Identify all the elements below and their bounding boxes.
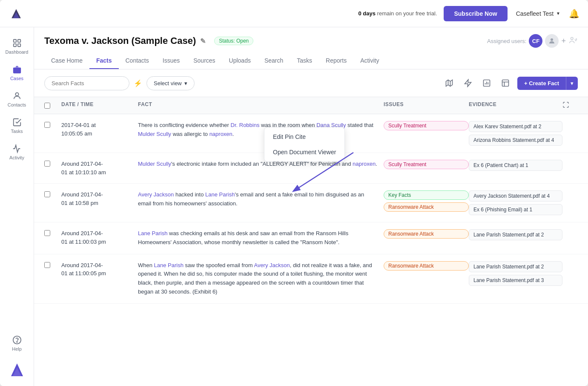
cell-fact: There is conflicting evidence whether Dr… <box>138 121 384 139</box>
cell-datetime: 2017-04-01 at10:05:05 am <box>61 121 138 138</box>
link-avery-jackson[interactable]: Avery Jackson <box>254 262 290 268</box>
chevron-down-icon: ▼ <box>556 11 560 16</box>
sidebar-item-help[interactable]: Help <box>9 331 25 356</box>
issue-tag-ransomware-attack[interactable]: Ransomware Attack <box>384 261 469 271</box>
cell-fact: Lane Parish was checking emails at his d… <box>138 229 384 247</box>
evidence-link[interactable]: Ex 6 (Patient Chart) at 1 <box>469 160 562 171</box>
select-view-button[interactable]: Select view ▾ <box>146 76 195 90</box>
tab-search[interactable]: Search <box>258 53 290 69</box>
sidebar-item-cases[interactable]: Cases <box>2 60 32 85</box>
link-lane-parish[interactable]: Lane Parish <box>154 262 184 268</box>
evidence-link[interactable]: Lane Parish Statement.pdf at 2 <box>469 229 562 240</box>
evidence-link[interactable]: Arizona Robbins Statement.pdf at 4 <box>469 135 562 146</box>
map-icon-button[interactable] <box>442 75 457 91</box>
svg-rect-0 <box>13 40 16 42</box>
issue-tag-ransomware-attack[interactable]: Ransomware Attack <box>384 202 469 212</box>
context-menu-item-open-document-viewer[interactable]: Open Document Viewer <box>264 144 344 160</box>
case-title: Texoma v. Jackson (Sample Case) ✎ <box>44 35 206 46</box>
link-mulder-scully[interactable]: Mulder Scully <box>138 161 171 167</box>
issue-tag-ransomware-attack[interactable]: Ransomware Attack <box>384 229 469 239</box>
tab-contacts[interactable]: Contacts <box>119 53 156 69</box>
svg-rect-1 <box>17 40 20 42</box>
sidebar-item-activity[interactable]: Activity <box>2 140 32 164</box>
app-logo[interactable] <box>9 5 26 22</box>
row-checkbox[interactable] <box>44 191 50 197</box>
header-datetime: Date / Time <box>61 101 138 109</box>
tab-activity[interactable]: Activity <box>353 53 386 69</box>
link-naproxen[interactable]: naproxen <box>353 161 376 167</box>
svg-rect-10 <box>502 80 508 86</box>
create-fact-dropdown-button[interactable]: ▾ <box>566 77 578 90</box>
layout-icon-button[interactable] <box>498 75 513 91</box>
issue-tag-scully-treatment[interactable]: Scully Treatment <box>384 121 469 130</box>
filter-icon[interactable]: ⚡ <box>134 79 142 87</box>
sidebar-item-label: Activity <box>9 155 24 160</box>
chart-icon-button[interactable] <box>479 75 494 91</box>
sidebar-item-contacts[interactable]: Contacts <box>2 87 32 112</box>
row-checkbox[interactable] <box>44 230 50 236</box>
subscribe-button[interactable]: Subscribe Now <box>444 6 507 21</box>
trial-text: 0 days remain on your free trial. <box>358 10 437 17</box>
evidence-link[interactable]: Lane Parish Statement.pdf at 2 <box>469 261 562 272</box>
evidence-link[interactable]: Ex 6 (Phishing Email) at 1 <box>469 204 562 215</box>
link-lane-parish[interactable]: Lane Parish <box>138 230 167 236</box>
evidence-link[interactable]: Avery Jackson Statement.pdf at 4 <box>469 190 562 202</box>
sidebar-item-label: Tasks <box>11 129 23 134</box>
edit-case-title-icon[interactable]: ✎ <box>200 37 206 45</box>
row-checkbox[interactable] <box>44 122 50 128</box>
link-mulder-scully[interactable]: Mulder Scully <box>138 131 171 137</box>
manage-users-icon[interactable] <box>568 35 578 47</box>
row-checkbox[interactable] <box>44 161 50 167</box>
case-header: Texoma v. Jackson (Sample Case) ✎ Status… <box>34 27 588 69</box>
avatar: CF <box>529 34 542 48</box>
main-content: Texoma v. Jackson (Sample Case) ✎ Status… <box>34 27 588 386</box>
bell-icon[interactable]: 🔔 <box>569 9 579 19</box>
svg-rect-2 <box>13 44 16 46</box>
table-row: Around 2017-04-01 at 11:00:03 pm Lane Pa… <box>34 222 588 254</box>
search-input[interactable] <box>44 76 129 90</box>
issue-tag-scully-treatment[interactable]: Scully Treatment <box>384 160 469 169</box>
cell-issues: Ransomware Attack <box>384 229 469 239</box>
link-avery-jackson[interactable]: Avery Jackson <box>138 191 174 198</box>
cell-evidence: Lane Parish Statement.pdf at 2 Lane Pari… <box>469 261 562 286</box>
sidebar-item-dashboard[interactable]: Dashboard <box>2 34 32 59</box>
row-checkbox-cell <box>44 261 61 268</box>
tab-sources[interactable]: Sources <box>186 53 222 69</box>
context-menu-item-edit-pin-cite[interactable]: Edit Pin Cite <box>264 129 344 144</box>
cell-datetime: Around 2017-04-01 at 11:00:03 pm <box>61 229 138 246</box>
cell-evidence: Avery Jackson Statement.pdf at 4 Ex 6 (P… <box>469 190 562 215</box>
case-status: Status: Open <box>214 37 253 45</box>
evidence-link[interactable]: Alex Karev Statement.pdf at 2 <box>469 121 562 132</box>
header-evidence: Evidence <box>469 101 562 109</box>
bolt-icon-button[interactable] <box>460 75 476 91</box>
row-checkbox-cell <box>44 229 61 236</box>
create-fact-button[interactable]: + Create Fact <box>517 77 566 90</box>
cell-datetime: Around 2017-04-01 at 10:10:10 am <box>61 160 138 176</box>
tab-case-home[interactable]: Case Home <box>44 53 89 69</box>
top-bar: 0 days remain on your free trial. Subscr… <box>0 0 588 27</box>
tab-issues[interactable]: Issues <box>156 53 186 69</box>
link-dr-robbins[interactable]: Dr. Robbins <box>231 122 260 128</box>
svg-point-7 <box>551 38 553 41</box>
user-menu[interactable]: Casefleet Test ▼ <box>516 10 560 17</box>
cell-issues: Ransomware Attack <box>384 261 469 271</box>
cell-issues: Scully Treatment <box>384 160 469 169</box>
evidence-link[interactable]: Lane Parish Statement.pdf at 3 <box>469 275 562 286</box>
tab-tasks[interactable]: Tasks <box>290 53 319 69</box>
row-checkbox-cell <box>44 121 61 128</box>
table-row: 2017-04-01 at10:05:05 am There is confli… <box>34 114 588 153</box>
avatar <box>545 34 559 48</box>
tab-uploads[interactable]: Uploads <box>222 53 258 69</box>
cell-issues: Key Facts Ransomware Attack <box>384 190 469 212</box>
link-naproxen[interactable]: naproxen <box>209 131 232 137</box>
select-all-checkbox[interactable] <box>44 103 50 109</box>
table-row: Around 2017-04-01 at 10:58 pm Avery Jack… <box>34 184 588 222</box>
tab-facts[interactable]: Facts <box>89 53 119 69</box>
user-label: Casefleet Test <box>516 10 554 17</box>
tab-reports[interactable]: Reports <box>319 53 353 69</box>
link-lane-parish[interactable]: Lane Parish <box>205 191 235 198</box>
row-checkbox[interactable] <box>44 262 50 268</box>
sidebar-item-tasks[interactable]: Tasks <box>2 113 32 138</box>
add-user-button[interactable]: + <box>561 37 566 46</box>
issue-tag-key-facts[interactable]: Key Facts <box>384 190 469 200</box>
